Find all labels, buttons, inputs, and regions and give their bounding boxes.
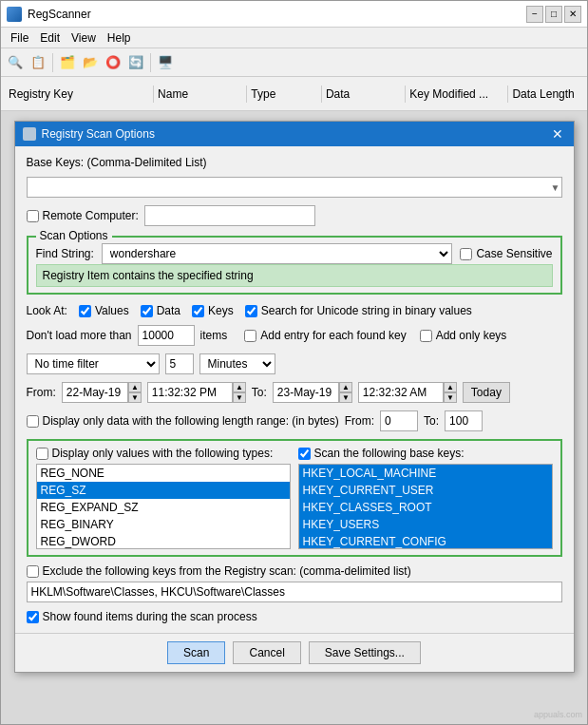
app-title: RegScanner xyxy=(28,8,91,21)
menu-view[interactable]: View xyxy=(66,29,102,47)
from-date-up[interactable]: ▲ xyxy=(128,382,142,392)
display-length-label[interactable]: Display only data with the following len… xyxy=(27,414,339,428)
type-reg-dword[interactable]: REG_DWORD xyxy=(37,533,290,549)
toolbar-refresh-btn[interactable]: 🔄 xyxy=(125,52,146,73)
unicode-checkbox[interactable] xyxy=(245,305,257,317)
dont-load-input[interactable] xyxy=(138,325,195,346)
toolbar-copy-btn[interactable]: 📋 xyxy=(28,52,48,73)
add-only-keys-label[interactable]: Add only keys xyxy=(420,329,507,342)
type-reg-sz[interactable]: REG_SZ xyxy=(37,482,290,499)
from-range-label: From: xyxy=(345,414,374,428)
col-data[interactable]: Data xyxy=(322,86,406,103)
menu-help[interactable]: Help xyxy=(102,29,137,47)
scan-options-section-label: Scan Options xyxy=(36,229,112,242)
minimize-button[interactable]: − xyxy=(526,6,543,23)
display-types-label[interactable]: Display only values with the following t… xyxy=(36,447,291,460)
cancel-button[interactable]: Cancel xyxy=(233,641,300,664)
remote-computer-label[interactable]: Remote Computer: xyxy=(27,209,139,222)
from-date-spin: ▲ ▼ xyxy=(128,382,142,403)
from-time-up[interactable]: ▲ xyxy=(233,382,246,392)
to-date-up[interactable]: ▲ xyxy=(339,382,352,392)
add-entry-checkbox[interactable] xyxy=(244,330,256,342)
display-types-checkbox[interactable] xyxy=(36,448,48,460)
exclude-input[interactable] xyxy=(27,582,562,602)
data-checkbox[interactable] xyxy=(141,305,153,317)
values-checkbox-label[interactable]: Values xyxy=(79,304,129,317)
from-date-group: ▲ ▼ xyxy=(62,382,142,403)
dont-load-label: Don't load more than xyxy=(27,329,132,342)
unicode-checkbox-label[interactable]: Search for Unicode string in binary valu… xyxy=(245,304,472,317)
dialog-close-button[interactable]: ✕ xyxy=(549,125,566,143)
toolbar-scan-btn[interactable]: 🔍 xyxy=(5,52,26,73)
from-date-down[interactable]: ▼ xyxy=(128,392,142,403)
show-found-label[interactable]: Show found items during the scan process xyxy=(27,610,257,623)
exclude-checkbox[interactable] xyxy=(27,565,39,578)
main-window: RegScanner − □ ✕ File Edit View Help 🔍 📋… xyxy=(0,0,588,725)
today-button[interactable]: Today xyxy=(463,382,510,403)
data-checkbox-label[interactable]: Data xyxy=(141,304,180,317)
col-type[interactable]: Type xyxy=(247,86,322,103)
case-sensitive-label[interactable]: Case Sensitive xyxy=(460,247,552,260)
key-hku[interactable]: HKEY_USERS xyxy=(299,516,552,533)
base-keys-dropdown-arrow[interactable]: ▼ xyxy=(551,182,560,193)
menu-edit[interactable]: Edit xyxy=(34,29,66,47)
types-section: Display only values with the following t… xyxy=(36,447,291,549)
types-listbox[interactable]: REG_NONE REG_SZ REG_EXPAND_SZ REG_BINARY… xyxy=(36,464,291,549)
from-time-input[interactable] xyxy=(147,382,233,403)
from-date-input[interactable] xyxy=(62,382,128,403)
show-found-row: Show found items during the scan process xyxy=(27,610,562,623)
col-key-modified[interactable]: Key Modified ... xyxy=(406,86,508,103)
show-found-checkbox[interactable] xyxy=(27,611,39,623)
to-date-input[interactable] xyxy=(273,382,339,403)
add-only-keys-checkbox[interactable] xyxy=(420,330,432,342)
key-hklm[interactable]: HKEY_LOCAL_MACHINE xyxy=(299,465,552,482)
base-keys-input[interactable] xyxy=(27,177,562,198)
key-hkcr[interactable]: HKEY_CLASSES_ROOT xyxy=(299,499,552,516)
col-registry-key[interactable]: Registry Key xyxy=(5,86,154,103)
case-sensitive-checkbox[interactable] xyxy=(460,248,472,260)
from-range-input[interactable] xyxy=(380,410,418,431)
find-string-label: Find String: xyxy=(36,247,94,260)
scan-button[interactable]: Scan xyxy=(167,641,225,664)
base-keys-listbox[interactable]: HKEY_LOCAL_MACHINE HKEY_CURRENT_USER HKE… xyxy=(298,464,553,549)
scan-base-keys-checkbox[interactable] xyxy=(298,448,311,460)
time-value-input[interactable] xyxy=(165,353,194,374)
type-reg-binary[interactable]: REG_BINARY xyxy=(37,516,290,533)
toolbar-folder-btn[interactable]: 🗂️ xyxy=(57,52,78,73)
to-time-spin: ▲ ▼ xyxy=(444,382,457,403)
col-data-length[interactable]: Data Length xyxy=(508,86,583,103)
keys-checkbox-label[interactable]: Keys xyxy=(192,304,234,317)
to-time-up[interactable]: ▲ xyxy=(444,382,457,392)
exclude-label[interactable]: Exclude the following keys from the Regi… xyxy=(27,564,562,578)
to-date-down[interactable]: ▼ xyxy=(339,392,352,403)
time-filter-combo[interactable]: No time filter xyxy=(27,353,160,374)
keys-checkbox[interactable] xyxy=(192,305,204,317)
to-range-input[interactable] xyxy=(445,410,483,431)
time-filter-row: No time filter Minutes Hours Days xyxy=(27,353,562,374)
remote-computer-checkbox[interactable] xyxy=(27,210,39,222)
values-checkbox[interactable] xyxy=(79,305,91,317)
find-string-combo[interactable]: wondershare xyxy=(102,243,453,264)
type-reg-expand-sz[interactable]: REG_EXPAND_SZ xyxy=(37,499,290,516)
remote-computer-input[interactable] xyxy=(144,205,315,226)
dialog-title-left: Registry Scan Options xyxy=(23,127,155,141)
maximize-button[interactable]: □ xyxy=(545,6,562,23)
toolbar-separator2 xyxy=(150,53,151,72)
key-hkcc[interactable]: HKEY_CURRENT_CONFIG xyxy=(299,533,552,549)
type-reg-none[interactable]: REG_NONE xyxy=(37,465,290,482)
toolbar-computer-btn[interactable]: 🖥️ xyxy=(155,52,176,73)
scan-base-keys-label[interactable]: Scan the following base keys: xyxy=(298,447,553,460)
close-button[interactable]: ✕ xyxy=(564,6,581,23)
menu-file[interactable]: File xyxy=(5,29,34,47)
toolbar-stop-btn[interactable]: ⭕ xyxy=(103,52,123,73)
add-entry-label[interactable]: Add entry for each found key xyxy=(244,329,406,342)
from-time-down[interactable]: ▼ xyxy=(233,392,246,403)
key-hkcu[interactable]: HKEY_CURRENT_USER xyxy=(299,482,552,499)
col-name[interactable]: Name xyxy=(154,86,247,103)
to-time-input[interactable] xyxy=(358,382,444,403)
save-settings-button[interactable]: Save Settings... xyxy=(309,641,421,664)
minutes-combo[interactable]: Minutes Hours Days xyxy=(199,353,275,374)
display-length-checkbox[interactable] xyxy=(27,415,39,428)
toolbar-open-btn[interactable]: 📂 xyxy=(80,52,101,73)
to-time-down[interactable]: ▼ xyxy=(444,392,457,403)
